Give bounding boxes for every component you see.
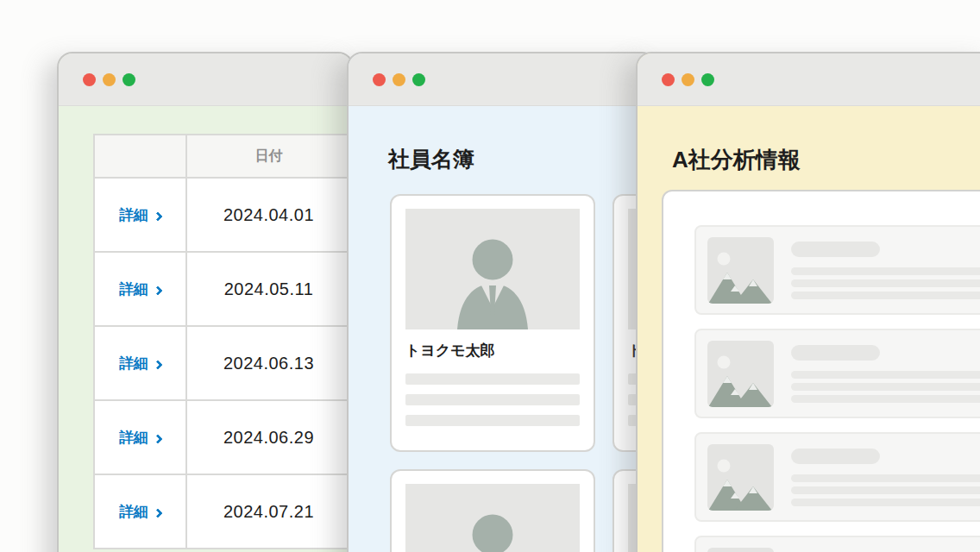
- records-table: 日付 詳細 2024.04.01 詳細 2024.05.11 詳細 2024.0…: [93, 134, 352, 549]
- person-icon: [448, 514, 537, 552]
- roster-window: 社員名簿 トヨクモ太郎 トヨクモ太郎: [347, 52, 657, 552]
- title-placeholder: [791, 448, 880, 464]
- employee-card[interactable]: トヨクモ太郎: [390, 194, 595, 452]
- table-row: 詳細 2024.07.21: [94, 474, 351, 549]
- list-item[interactable]: [694, 225, 980, 315]
- title-placeholder: [791, 345, 880, 361]
- window-titlebar: [349, 53, 656, 106]
- date-cell: 2024.06.29: [186, 400, 351, 474]
- title-placeholder: [791, 242, 880, 257]
- close-icon[interactable]: [83, 73, 96, 86]
- window-titlebar: [638, 53, 980, 106]
- chevron-right-icon: [153, 434, 162, 443]
- chevron-right-icon: [153, 360, 162, 369]
- fullscreen-icon[interactable]: [701, 73, 714, 86]
- avatar: [405, 209, 580, 329]
- chevron-right-icon: [153, 285, 162, 295]
- chevron-right-icon: [153, 508, 162, 518]
- analysis-window: A社分析情報: [636, 52, 980, 552]
- detail-link[interactable]: 詳細: [119, 355, 161, 372]
- employee-name: トヨクモ太郎: [405, 341, 580, 360]
- item-text-block: [791, 341, 980, 406]
- table-row: 詳細 2024.04.01: [94, 178, 351, 252]
- mountain-image-icon: [707, 341, 774, 407]
- image-placeholder: [707, 237, 774, 304]
- chevron-right-icon: [153, 211, 162, 221]
- table-row: 詳細 2024.06.29: [94, 400, 351, 474]
- action-column-header: [94, 135, 186, 178]
- detail-link[interactable]: 詳細: [119, 281, 161, 298]
- text-placeholder-line: [405, 394, 580, 405]
- date-cell: 2024.05.11: [186, 252, 351, 326]
- detail-link-label: 詳細: [119, 355, 148, 372]
- avatar: [405, 484, 580, 552]
- detail-link[interactable]: 詳細: [119, 207, 161, 223]
- detail-link-label: 詳細: [119, 504, 148, 520]
- list-item[interactable]: [694, 536, 980, 552]
- text-placeholder-line: [791, 292, 980, 299]
- mountain-image-icon: [707, 548, 774, 552]
- minimize-icon[interactable]: [682, 73, 694, 86]
- list-item[interactable]: [694, 329, 980, 418]
- page-title: 社員名簿: [388, 145, 474, 173]
- minimize-icon[interactable]: [393, 73, 405, 86]
- mountain-image-icon: [707, 237, 774, 304]
- item-text-block: [791, 444, 980, 510]
- analysis-panel: [662, 190, 980, 552]
- text-placeholder-line: [791, 486, 980, 494]
- text-placeholder-line: [791, 267, 980, 275]
- table-header-row: 日付: [94, 135, 351, 178]
- text-placeholder-line: [791, 279, 980, 287]
- text-placeholder-line: [405, 415, 580, 426]
- list-item[interactable]: [694, 432, 980, 522]
- text-placeholder-line: [791, 371, 980, 379]
- text-placeholder-line: [405, 373, 580, 385]
- detail-link[interactable]: 詳細: [119, 504, 161, 520]
- image-placeholder: [707, 548, 774, 552]
- minimize-icon[interactable]: [103, 73, 116, 86]
- date-cell: 2024.04.01: [186, 178, 351, 252]
- detail-link[interactable]: 詳細: [119, 430, 161, 446]
- window-titlebar: [59, 53, 352, 106]
- detail-link-label: 詳細: [119, 430, 148, 446]
- image-placeholder: [707, 444, 774, 511]
- fullscreen-icon[interactable]: [122, 73, 135, 86]
- item-text-block: [791, 548, 980, 552]
- image-placeholder: [707, 341, 774, 407]
- text-placeholder-line: [791, 499, 980, 506]
- fullscreen-icon[interactable]: [412, 73, 425, 86]
- person-icon: [448, 239, 537, 329]
- table-row: 詳細 2024.05.11: [94, 252, 351, 326]
- date-column-header: 日付: [186, 135, 351, 178]
- text-placeholder-line: [791, 383, 980, 391]
- item-text-block: [791, 237, 980, 303]
- detail-link-label: 詳細: [119, 207, 148, 223]
- table-row: 詳細 2024.06.13: [94, 326, 351, 400]
- mountain-image-icon: [707, 444, 774, 511]
- detail-link-label: 詳細: [119, 281, 148, 298]
- records-window: 日付 詳細 2024.04.01 詳細 2024.05.11 詳細 2024.0…: [57, 52, 354, 552]
- text-placeholder-line: [791, 395, 980, 403]
- close-icon[interactable]: [373, 73, 386, 86]
- date-cell: 2024.06.13: [186, 326, 351, 400]
- employee-card[interactable]: [390, 469, 595, 552]
- text-placeholder-line: [791, 474, 980, 482]
- page-title: A社分析情報: [672, 145, 801, 175]
- date-cell: 2024.07.21: [186, 474, 351, 549]
- close-icon[interactable]: [662, 73, 675, 86]
